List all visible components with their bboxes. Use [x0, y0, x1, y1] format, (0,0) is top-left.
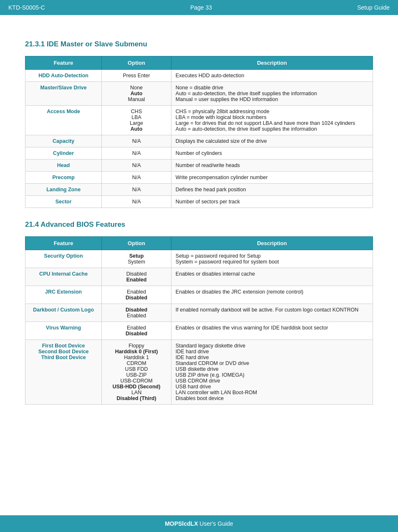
table-row: Head N/A Number of read/write heads: [25, 160, 373, 172]
option-cell: Press Enter: [102, 70, 171, 82]
feature-cell: Cylinder: [25, 147, 102, 160]
table-row: Access Mode CHSLBALargeAuto CHS = physic…: [25, 106, 373, 135]
option-cell: DisabledEnabled: [102, 268, 171, 286]
table-row: HDD Auto-Detection Press Enter Executes …: [25, 70, 373, 82]
feature-cell: Virus Warning: [25, 322, 102, 340]
desc-cell: Displays the calculated size of the driv…: [171, 135, 373, 147]
section2-table: Feature Option Description Security Opti…: [25, 236, 373, 405]
table-row: Virus Warning EnabledDisabled Enables or…: [25, 322, 373, 340]
option-cell: N/A: [102, 172, 171, 184]
option-cell: N/A: [102, 135, 171, 147]
option-cell: N/A: [102, 147, 171, 160]
desc-cell: Number of cylinders: [171, 147, 373, 160]
desc-cell: Executes HDD auto-detection: [171, 70, 373, 82]
desc-cell: Write precompensation cylinder number: [171, 172, 373, 184]
header-bar: KTD-S0005-C Page 33 Setup Guide: [0, 0, 398, 15]
feature-cell: CPU Internal Cache: [25, 268, 102, 286]
footer-bar: MOPSlcdLX User's Guide: [0, 515, 398, 532]
header-center: Page 33: [190, 4, 212, 11]
option-cell: N/A: [102, 196, 171, 208]
footer-suffix: User's Guide: [198, 520, 233, 527]
desc-cell: Enables or disables the virus warning fo…: [171, 322, 373, 340]
desc-cell: Defines the head park position: [171, 184, 373, 196]
feature-cell: Head: [25, 160, 102, 172]
table-row: First Boot DeviceSecond Boot DeviceThird…: [25, 340, 373, 405]
option-cell: NoneAutoManual: [102, 82, 171, 106]
feature-cell: First Boot DeviceSecond Boot DeviceThird…: [25, 340, 102, 405]
option-cell: DisabledEnabled: [102, 304, 171, 322]
table-row: Security Option SetupSystem Setup = pass…: [25, 250, 373, 268]
col-desc-2: Description: [171, 237, 373, 250]
feature-cell: Access Mode: [25, 106, 102, 135]
main-content: 21.3.1 IDE Master or Slave Submenu Featu…: [0, 15, 398, 451]
option-cell: EnabledDisabled: [102, 286, 171, 304]
feature-cell: HDD Auto-Detection: [25, 70, 102, 82]
section1-title: 21.3.1 IDE Master or Slave Submenu: [25, 40, 373, 48]
desc-cell: Enables or disables the JRC extension (r…: [171, 286, 373, 304]
desc-cell: None = disable driveAuto = auto-detectio…: [171, 82, 373, 106]
option-cell: CHSLBALargeAuto: [102, 106, 171, 135]
table-row: CPU Internal Cache DisabledEnabled Enabl…: [25, 268, 373, 286]
feature-cell: Darkboot / Custom Logo: [25, 304, 102, 322]
option-cell: EnabledDisabled: [102, 322, 171, 340]
feature-cell: Precomp: [25, 172, 102, 184]
header-right: Setup Guide: [357, 4, 390, 11]
desc-cell: Number of sectors per track: [171, 196, 373, 208]
desc-cell: Standard legacy diskette driveIDE hard d…: [171, 340, 373, 405]
option-cell: N/A: [102, 160, 171, 172]
col-desc-1: Description: [171, 56, 373, 70]
col-feature-1: Feature: [25, 56, 102, 70]
feature-cell: Capacity: [25, 135, 102, 147]
desc-cell: If enabled normally darkboot will be act…: [171, 304, 373, 322]
footer-bold: MOPSlcdLX: [165, 520, 198, 527]
table-row: Cylinder N/A Number of cylinders: [25, 147, 373, 160]
desc-cell: Number of read/write heads: [171, 160, 373, 172]
feature-cell: Security Option: [25, 250, 102, 268]
col-feature-2: Feature: [25, 237, 102, 250]
col-option-2: Option: [102, 237, 171, 250]
table-row: Landing Zone N/A Defines the head park p…: [25, 184, 373, 196]
desc-cell: CHS = physically 28bit addressing modeLB…: [171, 106, 373, 135]
section1-table: Feature Option Description HDD Auto-Dete…: [25, 56, 373, 208]
table-row: JRC Extension EnabledDisabled Enables or…: [25, 286, 373, 304]
desc-cell: Setup = password required for SetupSyste…: [171, 250, 373, 268]
table-row: Master/Slave Drive NoneAutoManual None =…: [25, 82, 373, 106]
option-cell: FloppyHarddisk 0 (First)Harddisk 1CDROMU…: [102, 340, 171, 405]
feature-cell: Master/Slave Drive: [25, 82, 102, 106]
section2-title: 21.4 Advanced BIOS Features: [25, 220, 373, 229]
footer-text: MOPSlcdLX User's Guide: [165, 520, 233, 527]
feature-cell: Landing Zone: [25, 184, 102, 196]
table-row: Precomp N/A Write precompensation cylind…: [25, 172, 373, 184]
feature-cell: JRC Extension: [25, 286, 102, 304]
feature-cell: Sector: [25, 196, 102, 208]
option-cell: N/A: [102, 184, 171, 196]
table-row: Darkboot / Custom Logo DisabledEnabled I…: [25, 304, 373, 322]
table-row: Sector N/A Number of sectors per track: [25, 196, 373, 208]
header-left: KTD-S0005-C: [8, 4, 45, 11]
table-row: Capacity N/A Displays the calculated siz…: [25, 135, 373, 147]
desc-cell: Enables or disables internal cache: [171, 268, 373, 286]
col-option-1: Option: [102, 56, 171, 70]
option-cell: SetupSystem: [102, 250, 171, 268]
